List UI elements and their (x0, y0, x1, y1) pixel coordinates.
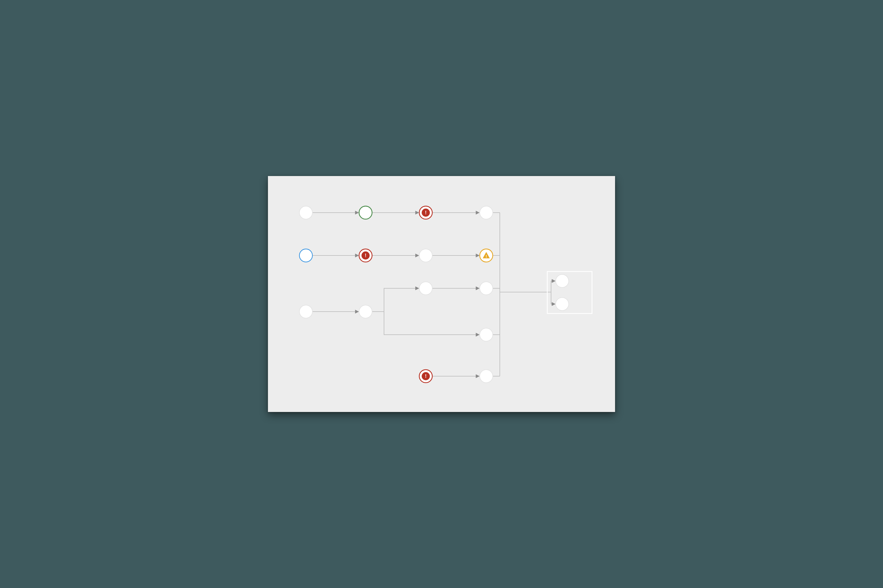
node-r1c1[interactable] (300, 206, 312, 219)
node-r2c2[interactable]: ! (359, 249, 372, 262)
exclamation-icon: ! (425, 210, 427, 215)
exclamation-icon: ! (486, 254, 487, 258)
svg-point-14 (480, 370, 493, 383)
node-r6c4[interactable] (480, 370, 493, 383)
node-r1c4[interactable] (480, 206, 493, 219)
node-r6c3[interactable]: ! (419, 370, 432, 383)
svg-point-8 (419, 282, 432, 295)
svg-point-11 (359, 305, 372, 318)
node-r3c2m[interactable] (419, 282, 432, 295)
node-r1c2[interactable] (359, 206, 372, 219)
node-r3c4[interactable] (480, 282, 493, 295)
node-r2c1[interactable] (300, 249, 312, 262)
node-g2[interactable] (556, 297, 569, 310)
exclamation-icon: ! (425, 374, 427, 379)
edge (372, 312, 479, 334)
svg-point-1 (359, 206, 372, 219)
node-r2c4[interactable]: ! (480, 249, 493, 262)
node-r2c3[interactable] (419, 249, 432, 262)
exclamation-icon: ! (365, 253, 366, 258)
svg-point-0 (300, 206, 312, 219)
diagram-canvas: !!!! (268, 176, 615, 412)
group-box (547, 272, 592, 314)
svg-point-9 (480, 282, 493, 295)
node-g1[interactable] (556, 274, 569, 288)
svg-point-12 (480, 328, 493, 341)
edge (372, 288, 419, 312)
svg-point-6 (419, 249, 432, 262)
svg-point-16 (556, 297, 569, 310)
node-r1c3[interactable]: ! (419, 206, 432, 219)
node-r5c4[interactable] (480, 328, 493, 341)
node-r4c2[interactable] (359, 305, 372, 318)
svg-point-3 (480, 206, 493, 219)
svg-point-4 (300, 249, 312, 262)
node-r4c1[interactable] (300, 305, 312, 318)
flow-svg: !!!! (268, 176, 615, 412)
svg-point-15 (556, 274, 569, 288)
svg-point-10 (300, 305, 312, 318)
